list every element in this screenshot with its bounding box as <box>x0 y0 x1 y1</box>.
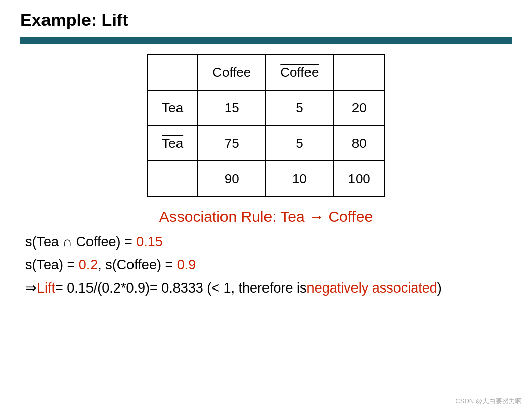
f2-coffee-value: 0.9 <box>177 257 196 272</box>
f1-value: 0.15 <box>136 234 163 250</box>
page-title: Example: Lift <box>20 10 512 30</box>
formula-lift: ⇒ Lift = 0.15/(0.2*0.9)= 0.8333 (< 1, th… <box>20 280 512 296</box>
formula-support-individual: s(Tea) = 0.2, s(Coffee) = 0.9 <box>20 257 512 273</box>
table-cell-nottea-total: 80 <box>333 126 384 161</box>
assoc-rule-prefix: Association Rule: Tea → Coffee <box>159 208 373 225</box>
table-cell-grand-total: 100 <box>333 161 384 196</box>
table-cell-total-coffee: 90 <box>198 161 265 196</box>
association-rule-text: Association Rule: Tea → Coffee <box>20 208 512 225</box>
table-cell-tea-total: 20 <box>333 90 384 126</box>
f2-prefix: s(Tea) = <box>25 257 79 272</box>
table-cell-coffee-col: Coffee <box>198 55 265 90</box>
watermark: CSDN @大白要努力啊 <box>455 397 522 406</box>
table-row-nottea: Tea 75 5 80 <box>147 126 385 161</box>
formula-support-intersection: s(Tea ∩ Coffee) = 0.15 <box>20 234 512 250</box>
lift-close: ) <box>437 280 442 296</box>
teal-divider <box>20 37 512 44</box>
coffee-overline-label: Coffee <box>280 65 319 80</box>
table-header-row: Coffee Coffee <box>147 55 385 90</box>
table-cell-nottea-notcoffee: 5 <box>265 126 333 161</box>
table-cell-total-label <box>147 161 198 196</box>
lift-label: Lift <box>37 280 55 296</box>
f2-middle: , s(Coffee) = <box>98 257 176 272</box>
table-cell-total-notcoffee: 10 <box>265 161 333 196</box>
lift-arrow: ⇒ <box>25 280 37 296</box>
table-cell-nottea-label: Tea <box>147 126 198 161</box>
tea-overline-label: Tea <box>162 136 183 151</box>
table-row-tea: Tea 15 5 20 <box>147 90 385 126</box>
f2-tea-value: 0.2 <box>79 257 98 272</box>
contingency-table-container: Coffee Coffee Tea 15 5 20 Tea 75 5 80 90… <box>20 54 512 197</box>
table-cell-tea-coffee: 15 <box>198 90 265 126</box>
lift-conclusion: negatively associated <box>307 280 437 296</box>
table-cell-empty-top-left <box>147 55 198 90</box>
page-container: Example: Lift Coffee Coffee Tea 15 5 20 … <box>0 0 532 413</box>
table-row-totals: 90 10 100 <box>147 161 385 196</box>
contingency-table: Coffee Coffee Tea 15 5 20 Tea 75 5 80 90… <box>147 54 385 197</box>
table-cell-nottea-coffee: 75 <box>198 126 265 161</box>
table-cell-tea-label: Tea <box>147 90 198 126</box>
f1-prefix: s(Tea ∩ Coffee) = <box>25 234 136 250</box>
table-cell-empty-top-right <box>333 55 384 90</box>
lift-equation: = 0.15/(0.2*0.9)= 0.8333 (< 1, therefore… <box>55 280 307 296</box>
table-cell-coffee-bar-col: Coffee <box>265 55 333 90</box>
table-cell-tea-notcoffee: 5 <box>265 90 333 126</box>
